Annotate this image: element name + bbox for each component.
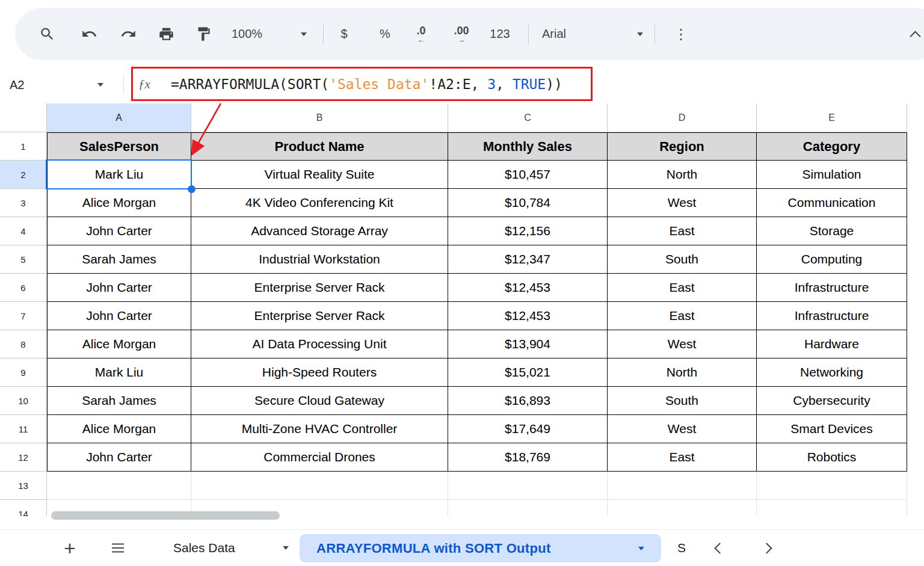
row-header-6[interactable]: 6 [0, 274, 47, 302]
cell-E1[interactable]: Category [757, 132, 907, 161]
cell-A8[interactable]: Alice Morgan [47, 330, 191, 358]
add-sheet-button[interactable]: + [58, 530, 82, 566]
cell-A13[interactable] [47, 472, 191, 500]
cell-C5[interactable]: $12,347 [448, 245, 608, 274]
cell-A9[interactable]: Mark Liu [47, 358, 191, 387]
cell-D6[interactable]: East [608, 274, 757, 302]
row-header-8[interactable]: 8 [0, 330, 47, 358]
cell-B2[interactable]: Virtual Reality Suite [191, 161, 448, 189]
cell-C13[interactable] [448, 472, 608, 500]
sheet-tab-partial[interactable]: S [677, 530, 686, 566]
select-all-corner[interactable] [0, 103, 47, 132]
cell-E5[interactable]: Computing [757, 245, 907, 274]
cell-A5[interactable]: Sarah James [47, 245, 191, 274]
row-header-12[interactable]: 12 [0, 443, 47, 472]
cell-B3[interactable]: 4K Video Conferencing Kit [191, 189, 448, 217]
cell-D2[interactable]: North [608, 161, 757, 189]
cell-C14[interactable] [448, 500, 608, 516]
horizontal-scrollbar[interactable] [51, 511, 280, 520]
row-header-1[interactable]: 1 [0, 132, 47, 161]
tab-menu-caret-icon[interactable] [638, 547, 644, 550]
cell-D9[interactable]: North [608, 358, 757, 387]
print-button[interactable] [155, 22, 177, 46]
cell-B12[interactable]: Commercial Drones [191, 443, 448, 472]
cell-E11[interactable]: Smart Devices [757, 415, 907, 443]
cell-B4[interactable]: Advanced Storage Array [191, 217, 448, 245]
row-header-4[interactable]: 4 [0, 217, 47, 245]
tab-menu-caret-icon[interactable] [283, 546, 289, 550]
cell-C3[interactable]: $10,784 [448, 189, 608, 217]
cell-A1[interactable]: SalesPerson [47, 132, 191, 161]
cell-D8[interactable]: West [608, 330, 757, 358]
sheet-tab-arrayformula-sort-output[interactable]: ARRAYFORMULA with SORT Output [300, 534, 661, 562]
cell-B13[interactable] [191, 472, 448, 500]
cell-C6[interactable]: $12,453 [448, 274, 608, 302]
row-header-11[interactable]: 11 [0, 415, 47, 443]
scroll-tabs-right-button[interactable] [756, 530, 777, 566]
format-currency-button[interactable]: $ [334, 22, 354, 46]
cell-D10[interactable]: South [608, 387, 757, 415]
sheet-tab-sales-data[interactable]: Sales Data [173, 530, 289, 566]
cell-A7[interactable]: John Carter [47, 302, 191, 330]
font-selector[interactable]: Arial [542, 22, 643, 46]
redo-button[interactable] [117, 22, 139, 46]
row-header-13[interactable]: 13 [0, 472, 47, 500]
cell-D1[interactable]: Region [608, 132, 757, 161]
cell-A4[interactable]: John Carter [47, 217, 191, 245]
zoom-selector[interactable]: 100% [232, 22, 307, 46]
cell-C10[interactable]: $16,893 [448, 387, 608, 415]
cell-B9[interactable]: High-Speed Routers [191, 358, 448, 387]
cell-E14[interactable] [757, 500, 907, 516]
decrease-decimal-button[interactable]: .0 ← [407, 22, 435, 46]
cell-A2[interactable]: Mark Liu [47, 161, 191, 189]
formula-input[interactable]: =ARRAYFORMULA(SORT('Sales Data'!A2:E, 3,… [171, 66, 562, 102]
cell-E7[interactable]: Infrastructure [757, 302, 907, 330]
cell-B1[interactable]: Product Name [191, 132, 448, 161]
cell-D14[interactable] [608, 500, 757, 516]
row-header-10[interactable]: 10 [0, 387, 47, 415]
cell-E8[interactable]: Hardware [757, 330, 907, 358]
cell-E12[interactable]: Robotics [757, 443, 907, 472]
cell-E10[interactable]: Cybersecurity [757, 387, 907, 415]
cell-D11[interactable]: West [608, 415, 757, 443]
increase-decimal-button[interactable]: .00 → [446, 22, 477, 46]
name-box[interactable]: A2 [10, 66, 24, 103]
cell-E2[interactable]: Simulation [757, 161, 907, 189]
cell-C2[interactable]: $10,457 [448, 161, 608, 189]
cell-E4[interactable]: Storage [757, 217, 907, 245]
column-header-D[interactable]: D [608, 103, 757, 132]
row-header-3[interactable]: 3 [0, 189, 47, 217]
cell-C9[interactable]: $15,021 [448, 358, 608, 387]
column-header-B[interactable]: B [191, 103, 448, 132]
row-header-2[interactable]: 2 [0, 161, 47, 189]
collapse-toolbar-button[interactable] [904, 22, 924, 46]
more-options-button[interactable]: ⋮ [671, 22, 691, 46]
cell-E3[interactable]: Communication [757, 189, 907, 217]
column-header-C[interactable]: C [448, 103, 608, 132]
cell-B11[interactable]: Multi-Zone HVAC Controller [191, 415, 448, 443]
cell-C11[interactable]: $17,649 [448, 415, 608, 443]
cell-A11[interactable]: Alice Morgan [47, 415, 191, 443]
undo-button[interactable] [78, 22, 100, 46]
cell-C1[interactable]: Monthly Sales [448, 132, 608, 161]
cell-A10[interactable]: Sarah James [47, 387, 191, 415]
fill-handle[interactable] [188, 185, 196, 193]
row-header-14[interactable]: 14 [0, 500, 47, 516]
cell-D13[interactable] [608, 472, 757, 500]
cell-A12[interactable]: John Carter [47, 443, 191, 472]
cell-D12[interactable]: East [608, 443, 757, 472]
cell-A3[interactable]: Alice Morgan [47, 189, 191, 217]
all-sheets-menu-button[interactable] [106, 530, 130, 566]
cell-E9[interactable]: Networking [757, 358, 907, 387]
row-header-7[interactable]: 7 [0, 302, 47, 330]
row-header-9[interactable]: 9 [0, 358, 47, 387]
cell-E6[interactable]: Infrastructure [757, 274, 907, 302]
column-header-E[interactable]: E [757, 103, 907, 132]
cell-B8[interactable]: AI Data Processing Unit [191, 330, 448, 358]
cell-B6[interactable]: Enterprise Server Rack [191, 274, 448, 302]
cell-A6[interactable]: John Carter [47, 274, 191, 302]
cell-D7[interactable]: East [608, 302, 757, 330]
paint-format-button[interactable] [192, 22, 214, 46]
cell-B5[interactable]: Industrial Workstation [191, 245, 448, 274]
cell-C7[interactable]: $12,453 [448, 302, 608, 330]
